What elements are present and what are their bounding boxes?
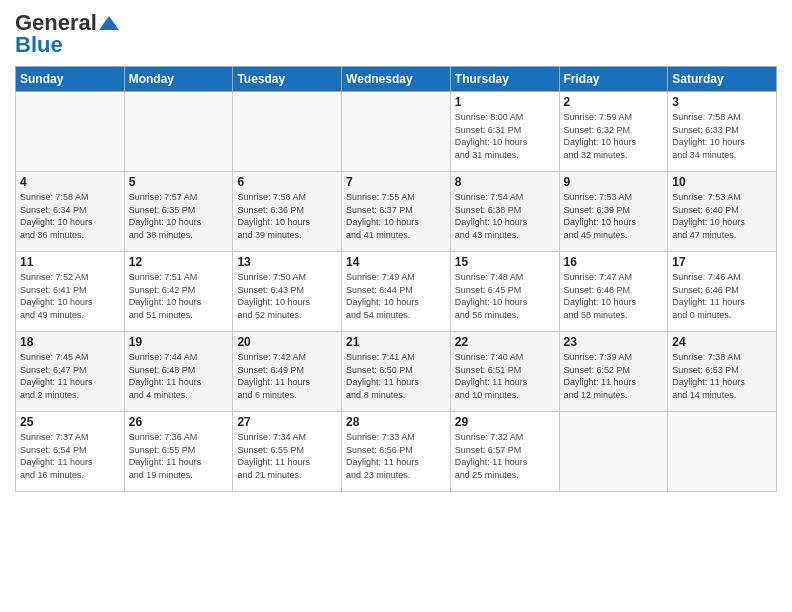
day-number: 3 (672, 95, 772, 109)
day-number: 27 (237, 415, 337, 429)
calendar-cell: 20Sunrise: 7:42 AM Sunset: 6:49 PM Dayli… (233, 332, 342, 412)
calendar-cell: 21Sunrise: 7:41 AM Sunset: 6:50 PM Dayli… (342, 332, 451, 412)
weekday-header: Tuesday (233, 67, 342, 92)
day-info: Sunrise: 7:40 AM Sunset: 6:51 PM Dayligh… (455, 351, 555, 401)
day-info: Sunrise: 7:56 AM Sunset: 6:36 PM Dayligh… (237, 191, 337, 241)
day-number: 8 (455, 175, 555, 189)
calendar-cell: 2Sunrise: 7:59 AM Sunset: 6:32 PM Daylig… (559, 92, 668, 172)
day-info: Sunrise: 7:39 AM Sunset: 6:52 PM Dayligh… (564, 351, 664, 401)
day-info: Sunrise: 7:59 AM Sunset: 6:32 PM Dayligh… (564, 111, 664, 161)
calendar-cell: 10Sunrise: 7:53 AM Sunset: 6:40 PM Dayli… (668, 172, 777, 252)
weekday-header: Wednesday (342, 67, 451, 92)
day-number: 7 (346, 175, 446, 189)
day-number: 10 (672, 175, 772, 189)
day-number: 17 (672, 255, 772, 269)
day-info: Sunrise: 7:58 AM Sunset: 6:34 PM Dayligh… (20, 191, 120, 241)
day-number: 25 (20, 415, 120, 429)
calendar-cell: 25Sunrise: 7:37 AM Sunset: 6:54 PM Dayli… (16, 412, 125, 492)
day-info: Sunrise: 7:57 AM Sunset: 6:35 PM Dayligh… (129, 191, 229, 241)
day-number: 24 (672, 335, 772, 349)
day-number: 21 (346, 335, 446, 349)
weekday-header: Sunday (16, 67, 125, 92)
day-info: Sunrise: 7:45 AM Sunset: 6:47 PM Dayligh… (20, 351, 120, 401)
main-container: General Blue SundayMondayTuesdayWednesda… (0, 0, 792, 502)
day-info: Sunrise: 7:46 AM Sunset: 6:46 PM Dayligh… (672, 271, 772, 321)
weekday-header: Thursday (450, 67, 559, 92)
day-info: Sunrise: 7:55 AM Sunset: 6:37 PM Dayligh… (346, 191, 446, 241)
day-number: 16 (564, 255, 664, 269)
calendar-cell: 13Sunrise: 7:50 AM Sunset: 6:43 PM Dayli… (233, 252, 342, 332)
day-info: Sunrise: 7:48 AM Sunset: 6:45 PM Dayligh… (455, 271, 555, 321)
day-info: Sunrise: 8:00 AM Sunset: 6:31 PM Dayligh… (455, 111, 555, 161)
calendar-cell: 15Sunrise: 7:48 AM Sunset: 6:45 PM Dayli… (450, 252, 559, 332)
svg-marker-0 (99, 16, 119, 30)
weekday-header: Friday (559, 67, 668, 92)
calendar-week-row: 25Sunrise: 7:37 AM Sunset: 6:54 PM Dayli… (16, 412, 777, 492)
calendar-cell: 29Sunrise: 7:32 AM Sunset: 6:57 PM Dayli… (450, 412, 559, 492)
calendar-cell (233, 92, 342, 172)
day-number: 15 (455, 255, 555, 269)
logo: General Blue (15, 10, 119, 58)
calendar-cell: 17Sunrise: 7:46 AM Sunset: 6:46 PM Dayli… (668, 252, 777, 332)
calendar-cell (124, 92, 233, 172)
day-info: Sunrise: 7:51 AM Sunset: 6:42 PM Dayligh… (129, 271, 229, 321)
calendar-cell (16, 92, 125, 172)
day-info: Sunrise: 7:42 AM Sunset: 6:49 PM Dayligh… (237, 351, 337, 401)
calendar-cell: 22Sunrise: 7:40 AM Sunset: 6:51 PM Dayli… (450, 332, 559, 412)
day-info: Sunrise: 7:52 AM Sunset: 6:41 PM Dayligh… (20, 271, 120, 321)
calendar-cell: 9Sunrise: 7:53 AM Sunset: 6:39 PM Daylig… (559, 172, 668, 252)
day-info: Sunrise: 7:53 AM Sunset: 6:40 PM Dayligh… (672, 191, 772, 241)
day-info: Sunrise: 7:34 AM Sunset: 6:55 PM Dayligh… (237, 431, 337, 481)
calendar-week-row: 1Sunrise: 8:00 AM Sunset: 6:31 PM Daylig… (16, 92, 777, 172)
calendar-cell: 11Sunrise: 7:52 AM Sunset: 6:41 PM Dayli… (16, 252, 125, 332)
calendar-cell: 19Sunrise: 7:44 AM Sunset: 6:48 PM Dayli… (124, 332, 233, 412)
calendar-week-row: 4Sunrise: 7:58 AM Sunset: 6:34 PM Daylig… (16, 172, 777, 252)
calendar-table: SundayMondayTuesdayWednesdayThursdayFrid… (15, 66, 777, 492)
calendar-cell (668, 412, 777, 492)
day-number: 1 (455, 95, 555, 109)
day-info: Sunrise: 7:38 AM Sunset: 6:53 PM Dayligh… (672, 351, 772, 401)
calendar-cell: 14Sunrise: 7:49 AM Sunset: 6:44 PM Dayli… (342, 252, 451, 332)
calendar-cell: 12Sunrise: 7:51 AM Sunset: 6:42 PM Dayli… (124, 252, 233, 332)
day-number: 12 (129, 255, 229, 269)
day-number: 5 (129, 175, 229, 189)
day-number: 28 (346, 415, 446, 429)
calendar-cell: 1Sunrise: 8:00 AM Sunset: 6:31 PM Daylig… (450, 92, 559, 172)
calendar-week-row: 11Sunrise: 7:52 AM Sunset: 6:41 PM Dayli… (16, 252, 777, 332)
calendar-cell (342, 92, 451, 172)
day-number: 6 (237, 175, 337, 189)
calendar-cell: 24Sunrise: 7:38 AM Sunset: 6:53 PM Dayli… (668, 332, 777, 412)
header: General Blue (15, 10, 777, 58)
calendar-cell: 7Sunrise: 7:55 AM Sunset: 6:37 PM Daylig… (342, 172, 451, 252)
day-info: Sunrise: 7:41 AM Sunset: 6:50 PM Dayligh… (346, 351, 446, 401)
weekday-header: Saturday (668, 67, 777, 92)
day-number: 14 (346, 255, 446, 269)
calendar-cell: 26Sunrise: 7:36 AM Sunset: 6:55 PM Dayli… (124, 412, 233, 492)
day-info: Sunrise: 7:37 AM Sunset: 6:54 PM Dayligh… (20, 431, 120, 481)
calendar-cell: 5Sunrise: 7:57 AM Sunset: 6:35 PM Daylig… (124, 172, 233, 252)
calendar-cell (559, 412, 668, 492)
logo-blue-text: Blue (15, 32, 63, 58)
calendar-week-row: 18Sunrise: 7:45 AM Sunset: 6:47 PM Dayli… (16, 332, 777, 412)
day-info: Sunrise: 7:44 AM Sunset: 6:48 PM Dayligh… (129, 351, 229, 401)
day-info: Sunrise: 7:33 AM Sunset: 6:56 PM Dayligh… (346, 431, 446, 481)
calendar-cell: 18Sunrise: 7:45 AM Sunset: 6:47 PM Dayli… (16, 332, 125, 412)
day-info: Sunrise: 7:53 AM Sunset: 6:39 PM Dayligh… (564, 191, 664, 241)
calendar-cell: 8Sunrise: 7:54 AM Sunset: 6:38 PM Daylig… (450, 172, 559, 252)
day-number: 2 (564, 95, 664, 109)
day-info: Sunrise: 7:47 AM Sunset: 6:46 PM Dayligh… (564, 271, 664, 321)
calendar-cell: 28Sunrise: 7:33 AM Sunset: 6:56 PM Dayli… (342, 412, 451, 492)
day-number: 13 (237, 255, 337, 269)
day-info: Sunrise: 7:32 AM Sunset: 6:57 PM Dayligh… (455, 431, 555, 481)
calendar-cell: 23Sunrise: 7:39 AM Sunset: 6:52 PM Dayli… (559, 332, 668, 412)
calendar-cell: 27Sunrise: 7:34 AM Sunset: 6:55 PM Dayli… (233, 412, 342, 492)
calendar-header-row: SundayMondayTuesdayWednesdayThursdayFrid… (16, 67, 777, 92)
calendar-cell: 3Sunrise: 7:58 AM Sunset: 6:33 PM Daylig… (668, 92, 777, 172)
day-info: Sunrise: 7:58 AM Sunset: 6:33 PM Dayligh… (672, 111, 772, 161)
day-number: 23 (564, 335, 664, 349)
day-info: Sunrise: 7:36 AM Sunset: 6:55 PM Dayligh… (129, 431, 229, 481)
logo-arrow-icon (99, 16, 119, 30)
day-info: Sunrise: 7:54 AM Sunset: 6:38 PM Dayligh… (455, 191, 555, 241)
weekday-header: Monday (124, 67, 233, 92)
day-number: 18 (20, 335, 120, 349)
